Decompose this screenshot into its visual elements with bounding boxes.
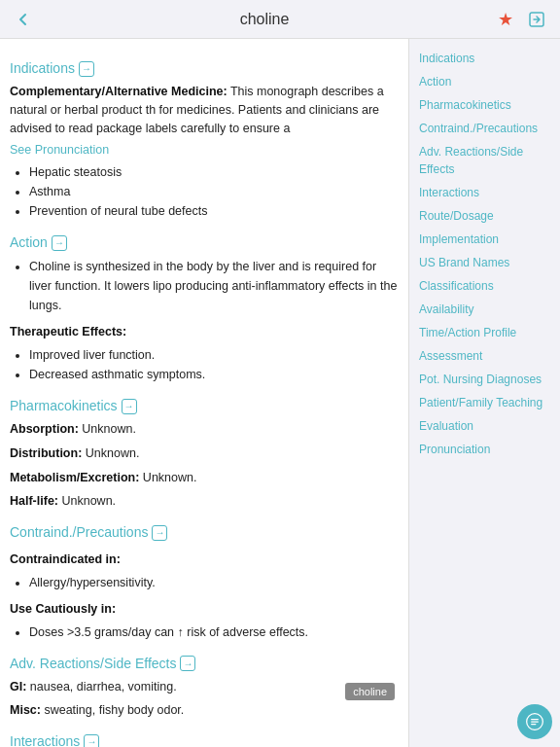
gi-text: GI: nausea, diarrhea, vomiting.: [10, 678, 399, 696]
list-item: Hepatic steatosis: [29, 162, 399, 182]
pharmacokinetics-section-header: Pharmacokinetics →: [10, 396, 399, 416]
sidebar-item-evaluation[interactable]: Evaluation: [415, 414, 554, 438]
contraind-header-text: Contraind./Precautions: [10, 522, 148, 543]
indications-header-text: Indications: [10, 58, 75, 79]
sidebar-item-classifications[interactable]: Classifications: [415, 274, 554, 298]
pharmacokinetics-arrow-icon[interactable]: →: [122, 399, 137, 414]
list-item: Improved liver function.: [29, 345, 399, 365]
gi-label: GI:: [10, 680, 26, 694]
interactions-section-header: Interactions →: [10, 731, 399, 747]
sidebar-item-interactions[interactable]: Interactions: [415, 181, 554, 204]
indications-arrow-icon[interactable]: →: [79, 61, 94, 77]
gi-value: nausea, diarrhea, vomiting.: [30, 680, 177, 694]
page-title: choline: [35, 11, 494, 28]
contraind-arrow-icon[interactable]: →: [152, 525, 167, 541]
therapeutic-effects-header: Therapeutic Effects:: [10, 323, 399, 341]
sidebar-item-patient-family[interactable]: Patient/Family Teaching: [415, 391, 554, 414]
header-actions: ★: [494, 8, 548, 31]
sidebar-item-us-brand-names[interactable]: US Brand Names: [415, 251, 554, 274]
action-section-header: Action →: [10, 232, 399, 253]
sidebar-item-implementation[interactable]: Implementation: [415, 228, 554, 251]
complementary-text: Complementary/Alternative Medicine: This…: [10, 83, 399, 137]
main-layout: Indications → Complementary/Alternative …: [0, 39, 560, 747]
contraind-section-header: Contraind./Precautions →: [10, 522, 399, 543]
sidebar-item-pot-nursing[interactable]: Pot. Nursing Diagnoses: [415, 368, 554, 391]
distribution-value: Unknown.: [86, 446, 140, 460]
distribution-text: Distribution: Unknown.: [10, 445, 399, 463]
contraindicated-header: Contraindicated in:: [10, 551, 399, 569]
absorption-value: Unknown.: [82, 422, 136, 436]
distribution-label: Distribution:: [10, 446, 82, 460]
interactions-header-text: Interactions: [10, 731, 80, 747]
metabolism-value: Unknown.: [143, 471, 197, 484]
misc-value: sweating, fishy body odor.: [44, 703, 184, 717]
main-content: Indications → Complementary/Alternative …: [0, 39, 408, 747]
sidebar-item-indications[interactable]: Indications: [415, 47, 554, 70]
action-header-text: Action: [10, 232, 48, 253]
absorption-label: Absorption:: [10, 422, 79, 436]
back-button[interactable]: [12, 8, 35, 31]
adv-reactions-arrow-icon[interactable]: →: [180, 656, 195, 671]
sidebar-item-contraind[interactable]: Contraind./Precautions: [415, 117, 554, 140]
sidebar-item-route-dosage[interactable]: Route/Dosage: [415, 204, 554, 228]
sidebar-item-assessment[interactable]: Assessment: [415, 344, 554, 368]
floating-drug-label: choline: [345, 683, 395, 700]
sidebar-item-time-action[interactable]: Time/Action Profile: [415, 321, 554, 344]
contraindicated-bullet-list: Allergy/hypersensitivity.: [10, 573, 399, 592]
sidebar-item-availability[interactable]: Availability: [415, 298, 554, 321]
adv-reactions-section-header: Adv. Reactions/Side Effects →: [10, 654, 399, 674]
cautiously-bullet-list: Doses >3.5 grams/day can ↑ risk of adver…: [10, 622, 399, 642]
therapeutic-bullet-list: Improved liver function. Decreased asthm…: [10, 345, 399, 384]
halflife-label: Half-life:: [10, 494, 58, 508]
halflife-text: Half-life: Unknown.: [10, 492, 399, 511]
misc-text: Misc: sweating, fishy body odor.: [10, 701, 399, 720]
action-bullet-list: Choline is synthesized in the body by th…: [10, 257, 399, 315]
sidebar-item-action[interactable]: Action: [415, 70, 554, 93]
favorite-button[interactable]: ★: [494, 8, 517, 31]
sidebar-item-adv-reactions[interactable]: Adv. Reactions/Side Effects: [415, 140, 554, 181]
halflife-value: Unknown.: [61, 494, 116, 508]
action-arrow-icon[interactable]: →: [52, 235, 67, 251]
sidebar: Indications Action Pharmacokinetics Cont…: [408, 39, 560, 747]
pharmacokinetics-header-text: Pharmacokinetics: [10, 396, 118, 416]
sidebar-item-pharmacokinetics[interactable]: Pharmacokinetics: [415, 93, 554, 117]
list-item: Allergy/hypersensitivity.: [29, 573, 399, 592]
list-item: Prevention of neural tube defects: [29, 201, 399, 221]
menu-button[interactable]: [517, 704, 552, 739]
share-button[interactable]: [525, 8, 548, 31]
complementary-label: Complementary/Alternative Medicine:: [10, 85, 228, 98]
indications-bullet-list: Hepatic steatosis Asthma Prevention of n…: [10, 162, 399, 221]
list-item: Decreased asthmatic symptoms.: [29, 365, 399, 384]
sidebar-item-pronunciation[interactable]: Pronunciation: [415, 438, 554, 461]
list-item: Doses >3.5 grams/day can ↑ risk of adver…: [29, 622, 399, 642]
indications-section-header: Indications →: [10, 58, 399, 79]
list-item: Choline is synthesized in the body by th…: [29, 257, 399, 315]
header: choline ★: [0, 0, 560, 39]
list-item: Asthma: [29, 182, 399, 201]
interactions-arrow-icon[interactable]: →: [84, 734, 99, 748]
adv-reactions-header-text: Adv. Reactions/Side Effects: [10, 654, 176, 674]
misc-label: Misc:: [10, 703, 41, 717]
absorption-text: Absorption: Unknown.: [10, 420, 399, 439]
metabolism-label: Metabolism/Excretion:: [10, 471, 139, 484]
pronunciation-link[interactable]: See Pronunciation: [10, 143, 399, 157]
metabolism-text: Metabolism/Excretion: Unknown.: [10, 469, 399, 487]
cautiously-header: Use Cautiously in:: [10, 600, 399, 619]
